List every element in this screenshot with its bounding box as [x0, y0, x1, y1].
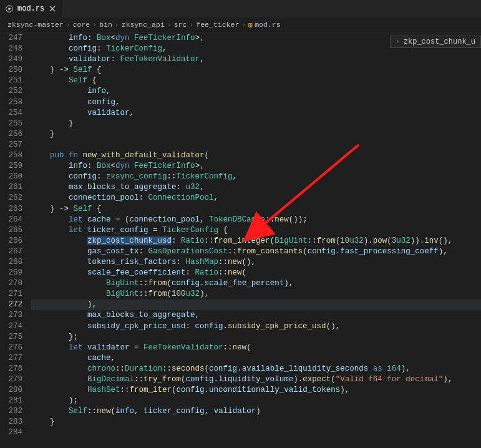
code-line[interactable]: info: Box<dyn FeeTickerInfo>,	[31, 161, 481, 172]
breadcrumb-item[interactable]: zksync_api	[122, 21, 165, 29]
close-icon[interactable]	[48, 4, 57, 13]
code-line[interactable]: }	[31, 119, 481, 129]
code-line[interactable]: max_blocks_to_aggregate: u32,	[31, 182, 481, 193]
svg-point-1	[8, 7, 11, 10]
code-line[interactable]: config: zksync_config::TickerConfig,	[31, 172, 481, 182]
breadcrumb-item[interactable]: mod.rs	[255, 21, 280, 29]
line-number: 270	[0, 278, 22, 289]
code-line[interactable]: BigUint::from(config.scale_fee_percent),	[31, 278, 481, 289]
rust-file-icon	[5, 4, 14, 13]
line-number: 253	[0, 97, 22, 108]
line-number: 283	[0, 417, 22, 427]
code-line[interactable]: validator,	[31, 108, 481, 119]
line-number: 258	[0, 150, 22, 161]
line-number: 249	[0, 54, 22, 65]
line-number: 279	[0, 374, 22, 385]
line-number: 260	[0, 172, 22, 182]
line-number: 263	[0, 204, 22, 215]
line-number: 247	[0, 33, 22, 44]
code-line[interactable]: tokens_risk_factors: HashMap::new(),	[31, 257, 481, 268]
line-number: 248	[0, 44, 22, 54]
code-line[interactable]	[31, 427, 481, 438]
code-area[interactable]: info: Box<dyn FeeTickerInfo>, config: Ti…	[31, 32, 481, 448]
line-number: 257	[0, 140, 22, 150]
code-line[interactable]: };	[31, 332, 481, 343]
line-number: 250	[0, 65, 22, 75]
code-line[interactable]: validator: FeeTokenValidator,	[31, 54, 481, 65]
line-number: 278	[0, 364, 22, 374]
code-line[interactable]: let cache = (connection_pool, TokenDBCac…	[31, 215, 481, 225]
code-line[interactable]: cache,	[31, 353, 481, 364]
line-number: 276	[0, 343, 22, 353]
editor-tab[interactable]: mod.rs	[0, 0, 62, 17]
breadcrumb-item[interactable]: zksync-master	[7, 21, 64, 29]
tab-bar: mod.rs	[0, 0, 481, 17]
code-line[interactable]: info,	[31, 86, 481, 97]
line-number: 251	[0, 75, 22, 86]
code-line[interactable]: let validator = FeeTokenValidator::new(	[31, 343, 481, 353]
module-icon: ⊞	[248, 21, 253, 29]
line-number: 266	[0, 236, 22, 246]
line-number: 256	[0, 129, 22, 140]
line-number: 272	[0, 299, 22, 310]
line-number: 277	[0, 353, 22, 364]
code-line[interactable]: BigUint::from(100u32),	[31, 289, 481, 299]
code-line[interactable]	[31, 140, 481, 150]
line-number: 262	[0, 193, 22, 203]
code-line[interactable]: pub fn new_with_default_validator(	[31, 150, 481, 161]
line-gutter: 2472482492502512522532542552562572582592…	[0, 32, 31, 448]
line-number: 254	[0, 108, 22, 119]
tab-filename: mod.rs	[17, 4, 44, 13]
code-line[interactable]: subsidy_cpk_price_usd: config.subsidy_cp…	[31, 321, 481, 332]
code-line[interactable]: max_blocks_to_aggregate,	[31, 310, 481, 321]
code-line[interactable]: info: Box<dyn FeeTickerInfo>,	[31, 33, 481, 44]
line-number: 271	[0, 289, 22, 299]
line-number: 280	[0, 385, 22, 396]
code-editor[interactable]: 2472482492502512522532542552562572582592…	[0, 32, 481, 448]
breadcrumb-item[interactable]: bin	[99, 21, 112, 29]
code-line[interactable]: Self::new(info, ticker_config, validator…	[31, 406, 481, 417]
line-number: 275	[0, 332, 22, 343]
line-number: 269	[0, 268, 22, 278]
code-line[interactable]: let ticker_config = TickerConfig {	[31, 225, 481, 236]
line-number: 252	[0, 86, 22, 97]
code-line[interactable]: ),	[31, 299, 481, 310]
line-number: 259	[0, 161, 22, 172]
code-line[interactable]: HashSet::from_iter(config.unconditionall…	[31, 385, 481, 396]
breadcrumb[interactable]: zksync-master› core› bin› zksync_api› sr…	[0, 17, 481, 32]
line-number: 264	[0, 215, 22, 225]
line-number: 265	[0, 225, 22, 236]
line-number: 281	[0, 396, 22, 406]
code-line[interactable]: chrono::Duration::seconds(config.availab…	[31, 364, 481, 374]
code-line[interactable]: }	[31, 417, 481, 427]
line-number: 268	[0, 257, 22, 268]
code-line[interactable]: zkp_cost_chunk_usd: Ratio::from_integer(…	[31, 236, 481, 246]
line-number: 273	[0, 310, 22, 321]
line-number: 255	[0, 119, 22, 129]
code-line[interactable]: scale_fee_coefficient: Ratio::new(	[31, 268, 481, 278]
line-number: 274	[0, 321, 22, 332]
line-number: 284	[0, 427, 22, 438]
code-line[interactable]: gas_cost_tx: GasOperationsCost::from_con…	[31, 246, 481, 257]
code-line[interactable]: ) -> Self {	[31, 65, 481, 75]
code-line[interactable]: BigDecimal::try_from(config.liquidity_vo…	[31, 374, 481, 385]
breadcrumb-item[interactable]: src	[174, 21, 187, 29]
code-line[interactable]: );	[31, 396, 481, 406]
line-number: 261	[0, 182, 22, 193]
breadcrumb-item[interactable]: core	[73, 21, 90, 29]
breadcrumb-item[interactable]: fee_ticker	[196, 21, 239, 29]
code-line[interactable]: ) -> Self {	[31, 204, 481, 215]
code-line[interactable]: Self {	[31, 75, 481, 86]
line-number: 267	[0, 246, 22, 257]
code-line[interactable]: config: TickerConfig,	[31, 44, 481, 54]
line-number: 282	[0, 406, 22, 417]
code-line[interactable]: connection_pool: ConnectionPool,	[31, 193, 481, 203]
code-line[interactable]: }	[31, 129, 481, 140]
code-line[interactable]: config,	[31, 97, 481, 108]
